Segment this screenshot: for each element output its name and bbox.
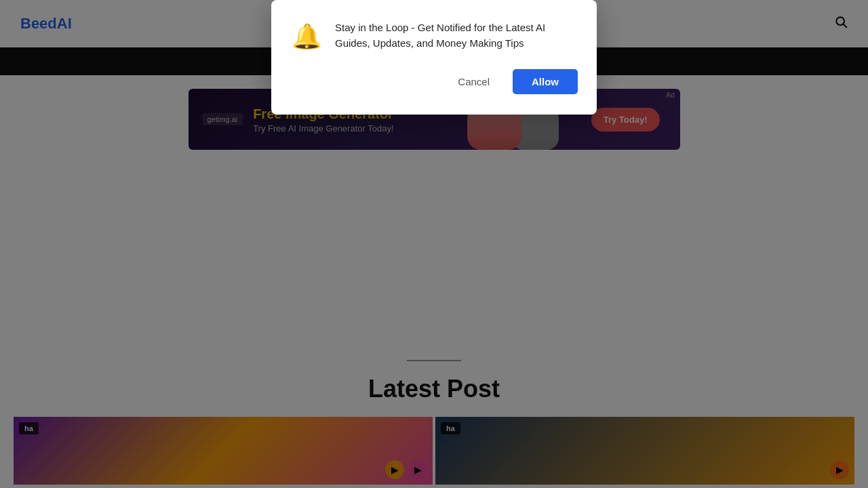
modal-text: Stay in the Loop - Get Notified for the … [335, 20, 578, 51]
modal-overlay: 🔔 Stay in the Loop - Get Notified for th… [0, 0, 868, 485]
notification-modal: 🔔 Stay in the Loop - Get Notified for th… [271, 0, 597, 115]
bell-icon-wrap: 🔔 [290, 20, 323, 53]
modal-content: 🔔 Stay in the Loop - Get Notified for th… [290, 20, 578, 53]
cancel-button[interactable]: Cancel [444, 69, 503, 94]
allow-button[interactable]: Allow [513, 69, 578, 94]
modal-message: Stay in the Loop - Get Notified for the … [335, 20, 578, 51]
modal-actions: Cancel Allow [290, 69, 578, 94]
bell-icon: 🔔 [292, 22, 322, 51]
